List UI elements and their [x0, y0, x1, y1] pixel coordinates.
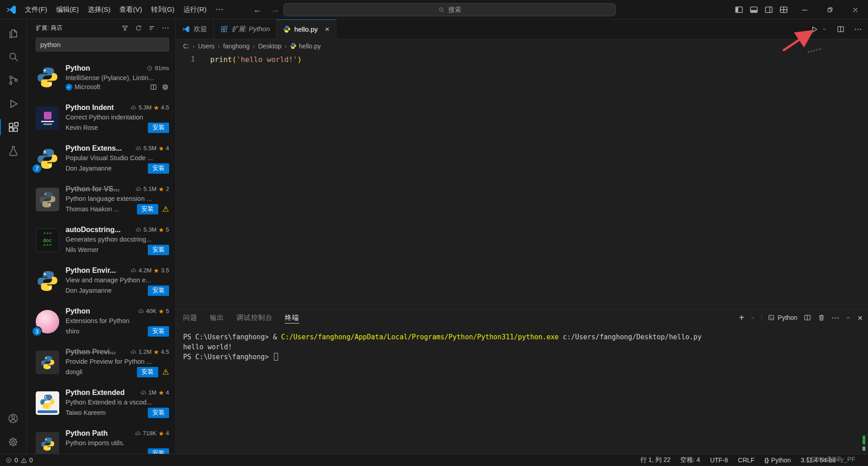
menu-file[interactable]: 文件(F): [20, 0, 52, 19]
breadcrumb-item[interactable]: fanghong: [223, 43, 250, 50]
menu-go[interactable]: 转到(G): [146, 0, 179, 19]
problems-status[interactable]: 0 0: [5, 456, 33, 464]
download-count-icon: [138, 308, 144, 314]
install-button[interactable]: 安装: [137, 204, 158, 214]
close-panel-icon[interactable]: ×: [858, 314, 863, 322]
minimize-button[interactable]: [792, 0, 817, 19]
star-icon: ★: [153, 348, 159, 356]
terminal-tab-python[interactable]: Python: [768, 314, 797, 321]
panel-tab-output[interactable]: 输出: [210, 309, 224, 326]
tab-welcome[interactable]: 欢迎: [176, 19, 214, 39]
cursor-position-status[interactable]: 行 1, 列 22: [640, 456, 670, 464]
install-button[interactable]: 安装: [148, 285, 169, 296]
install-button[interactable]: 安装: [137, 367, 158, 377]
download-count-icon: [135, 227, 142, 233]
restore-button[interactable]: [817, 0, 843, 19]
run-dropdown-icon[interactable]: [821, 26, 827, 32]
close-window-button[interactable]: [843, 0, 868, 19]
panel-tab-terminal[interactable]: 终端: [285, 309, 299, 326]
extension-list-item[interactable]: Python Previ... 1.2M ★ 4.5 Provide Previ…: [27, 342, 175, 383]
filter-icon[interactable]: [121, 24, 129, 32]
install-button[interactable]: 安装: [148, 245, 169, 255]
extension-list-item[interactable]: """doc""" autoDocstring... 5.3M ★ 5 Gene…: [27, 220, 175, 261]
toggle-panel-icon[interactable]: [749, 5, 759, 14]
source-control-icon[interactable]: [0, 68, 26, 92]
toggle-sidebar-icon[interactable]: [734, 5, 744, 14]
clear-search-icon[interactable]: [148, 24, 156, 32]
extension-list-item[interactable]: 7 Python Extens... 5.5M ★ 4 Popular Visu…: [27, 138, 175, 179]
extension-list-item[interactable]: Python Path 718K ★ 4 Python imports util…: [27, 423, 175, 454]
panel-tab-problems[interactable]: 问题: [183, 309, 198, 326]
extension-list-item[interactable]: Python 91ms IntelliSense (Pylance), Lint…: [27, 57, 175, 98]
breadcrumb-item[interactable]: Desktop: [258, 43, 281, 50]
refresh-icon[interactable]: [135, 24, 142, 32]
sidebar-more-icon[interactable]: ⋯: [162, 24, 169, 32]
close-tab-icon[interactable]: ×: [325, 25, 330, 33]
menu-view[interactable]: 查看(V): [115, 0, 146, 19]
extension-downloads: 718K: [143, 430, 156, 437]
extension-list-item[interactable]: Python Envir... 4.2M ★ 3.5 View and mana…: [27, 261, 175, 301]
terminal-output[interactable]: PS C:\Users\fanghong> & C:/Users/fanghon…: [176, 326, 868, 454]
explorer-icon[interactable]: [0, 21, 26, 45]
new-terminal-icon[interactable]: +: [739, 313, 745, 322]
clock-icon: [146, 65, 153, 71]
search-sidebar-icon[interactable]: [0, 45, 26, 68]
extensions-search-input[interactable]: python: [36, 38, 169, 52]
tab-extension-python[interactable]: 扩展: Python: [214, 19, 277, 39]
back-icon[interactable]: ←: [253, 5, 262, 15]
breadcrumb-item[interactable]: Users: [198, 43, 215, 50]
encoding-status[interactable]: UTF-8: [710, 456, 728, 464]
extension-layout-icon[interactable]: [150, 83, 157, 91]
editor-more-actions-icon[interactable]: ⋯: [854, 24, 862, 34]
download-count-icon: [140, 390, 146, 396]
manage-gear-icon[interactable]: [161, 83, 169, 91]
python-logo-icon: [40, 437, 55, 452]
install-button[interactable]: 安装: [148, 326, 169, 337]
global-search-input[interactable]: 搜索: [283, 3, 616, 16]
extension-list-item[interactable]: Python Indent 5.3M ★ 4.5 Correct Python …: [27, 98, 175, 138]
install-button[interactable]: 安装: [148, 163, 169, 174]
panel-more-icon[interactable]: ⋯: [831, 313, 839, 323]
split-editor-icon[interactable]: [836, 25, 845, 33]
toggle-secondary-sidebar-icon[interactable]: [764, 5, 774, 14]
install-button[interactable]: 安装: [148, 408, 169, 418]
breadcrumb-item[interactable]: C:: [183, 43, 189, 50]
forward-icon[interactable]: →: [271, 5, 279, 15]
extension-description: IntelliSense (Pylance), Lintin...: [66, 74, 169, 81]
breadcrumb-item-file[interactable]: hello.py: [290, 43, 321, 50]
language-mode-status[interactable]: {} Python: [764, 456, 791, 464]
customize-layout-icon[interactable]: [779, 5, 788, 14]
settings-gear-icon[interactable]: [0, 430, 26, 454]
terminal-profile-dropdown-icon[interactable]: [750, 315, 755, 320]
extension-list-item[interactable]: 3 Python 40K ★ 5 Extensions for Python s…: [27, 301, 175, 342]
extension-icon: [36, 66, 59, 89]
extension-list-item[interactable]: Python for VS... 5.1M ★ 2 Python languag…: [27, 179, 175, 220]
panel-tab-debug-console[interactable]: 调试控制台: [236, 309, 273, 326]
split-terminal-icon[interactable]: [803, 314, 811, 322]
extension-list-item[interactable]: Python Extended 1M ★ 4 Python Extended i…: [27, 383, 175, 423]
menu-run[interactable]: 运行(R): [179, 0, 211, 19]
terminal-scroll-decoration: [863, 436, 865, 444]
kill-terminal-icon[interactable]: [817, 314, 826, 322]
menu-more-icon[interactable]: ⋯: [211, 0, 228, 19]
extension-icon: [36, 391, 59, 415]
run-debug-icon[interactable]: [0, 92, 26, 115]
extension-icon: [36, 188, 59, 211]
extension-description: Provide Preview for Python ...: [66, 358, 169, 365]
indentation-status[interactable]: 空格: 4: [680, 456, 700, 464]
tab-hello-py[interactable]: hello.py ×: [277, 19, 336, 39]
indent-icon: [41, 112, 54, 125]
maximize-panel-icon[interactable]: [845, 314, 852, 321]
install-button[interactable]: 安装: [148, 123, 169, 133]
testing-icon[interactable]: [0, 139, 26, 162]
extension-icon: 3: [36, 310, 59, 333]
menu-selection[interactable]: 选择(S): [83, 0, 115, 19]
extension-rating: 4.5: [161, 348, 169, 355]
code-editor[interactable]: 1 print('hello world!'): [176, 52, 868, 309]
extensions-icon[interactable]: [0, 115, 26, 139]
install-button[interactable]: 安装: [148, 448, 169, 454]
eol-status[interactable]: CRLF: [738, 456, 755, 464]
account-icon[interactable]: [0, 407, 26, 430]
python-logo-icon: [36, 66, 59, 89]
menu-edit[interactable]: 编辑(E): [52, 0, 83, 19]
